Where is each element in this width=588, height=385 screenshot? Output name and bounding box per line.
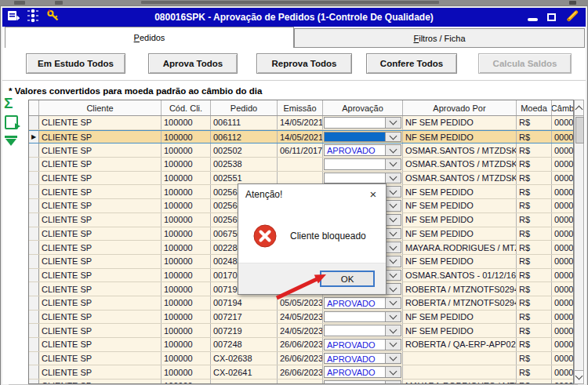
aprovacao-value[interactable]	[325, 159, 385, 169]
cell-cliente[interactable]: CLIENTE SP	[39, 172, 162, 185]
header-camb[interactable]: Câmb	[552, 100, 573, 115]
cell-moeda[interactable]: R$	[517, 296, 552, 310]
aprovacao-combobox[interactable]	[324, 132, 401, 143]
close-icon[interactable]: ×	[364, 186, 383, 202]
chevron-down-icon[interactable]	[385, 298, 401, 308]
cell-aprovado-por[interactable]: NF SEM PEDIDO	[403, 227, 517, 241]
cell-cliente[interactable]: CLIENTE SP	[39, 338, 162, 351]
chevron-down-icon[interactable]	[385, 256, 401, 267]
cell-moeda[interactable]: R$	[517, 172, 552, 185]
cell-moeda[interactable]: R$	[517, 158, 552, 171]
cell-emissao[interactable]: 24/05/2023	[278, 324, 323, 337]
cell-emissao[interactable]	[278, 172, 323, 185]
row-selector[interactable]	[29, 269, 39, 282]
cell-camb[interactable]: 0000	[552, 199, 573, 212]
cell-aprovado-por[interactable]: OSMAR.SANTOS / MTZDSKFS	[403, 158, 517, 171]
cell-aprovado-por[interactable]	[403, 365, 517, 379]
chevron-down-icon[interactable]	[385, 354, 401, 364]
cell-aprovacao[interactable]	[323, 158, 403, 171]
cell-cliente[interactable]: CLIENTE SP	[39, 365, 162, 379]
row-selector[interactable]	[29, 282, 39, 296]
row-selector[interactable]	[29, 296, 39, 310]
em-estudo-todos-button[interactable]: Em Estudo Todos	[26, 53, 125, 74]
row-selector[interactable]	[29, 158, 39, 171]
reprova-todos-button[interactable]: Reprova Todos	[256, 53, 352, 74]
cell-emissao[interactable]: 26/06/2023	[278, 365, 323, 379]
chevron-down-icon[interactable]	[385, 284, 401, 294]
cell-emissao[interactable]: 14/05/2021	[278, 116, 323, 129]
table-row[interactable]: CLIENTE SP10000000721724/05/2023NF SEM P…	[29, 311, 573, 325]
aprovacao-value[interactable]: APROVADO	[325, 354, 385, 364]
header-moeda[interactable]: Moeda	[517, 100, 552, 115]
sigma-sum-icon[interactable]: Σ	[4, 96, 26, 111]
cell-camb[interactable]: 0000	[552, 352, 573, 365]
cell-cod-cli[interactable]: 100000	[162, 227, 211, 241]
row-selector[interactable]	[29, 311, 39, 324]
aprovacao-value[interactable]: APROVADO	[325, 340, 385, 350]
cell-moeda[interactable]: R$	[517, 185, 552, 198]
cell-camb[interactable]: 0000	[552, 338, 573, 351]
cell-aprovado-por[interactable]: ROBERTA / MTZNOTFS02943	[403, 282, 517, 296]
table-row[interactable]: CLIENTE SP10000000721924/05/2023NF SEM P…	[29, 324, 573, 338]
chevron-down-icon[interactable]	[385, 325, 401, 336]
aprovacao-combobox[interactable]: APROVADO	[324, 339, 401, 350]
cell-cod-cli[interactable]: 100000	[162, 116, 211, 129]
cell-cliente[interactable]: CLIENTE SP	[39, 352, 162, 365]
vertical-scrollbar[interactable]	[574, 100, 584, 384]
cell-aprovado-por[interactable]: MAYARA.RODRIGUES / MTZD	[403, 241, 517, 254]
cell-pedido[interactable]: 002538	[211, 158, 278, 171]
cell-cod-cli[interactable]: 100000	[162, 311, 211, 324]
cell-camb[interactable]: 0000	[552, 213, 573, 227]
row-selector[interactable]	[29, 352, 39, 365]
cell-camb[interactable]: 0000	[552, 269, 573, 282]
cell-emissao[interactable]: 24/05/2023	[278, 311, 323, 324]
cell-camb[interactable]: 0000	[552, 227, 573, 241]
cell-aprovado-por[interactable]: NF SEM PEDIDO	[403, 116, 517, 129]
chevron-down-icon[interactable]	[385, 145, 401, 155]
cell-cliente[interactable]: CLIENTE SP	[39, 158, 162, 171]
cell-cliente[interactable]: CLIENTE SP	[39, 311, 162, 324]
aprovacao-combobox[interactable]	[324, 311, 401, 323]
aprovacao-combobox[interactable]	[324, 325, 401, 336]
row-selector[interactable]	[29, 255, 39, 268]
tab-filtros-ficha[interactable]: Filtros / Ficha	[294, 28, 585, 48]
chevron-down-icon[interactable]	[385, 173, 401, 183]
aprovacao-value[interactable]	[325, 173, 385, 183]
cell-camb[interactable]: 0000	[552, 185, 573, 198]
row-selector[interactable]	[29, 172, 39, 185]
cell-camb[interactable]: 0000	[552, 311, 573, 324]
cell-pedido[interactable]: 007217	[211, 311, 278, 324]
pencil-icon[interactable]	[565, 9, 579, 26]
header-aprovado-por[interactable]: Aprovado Por	[403, 100, 517, 115]
cell-cliente[interactable]: CLIENTE SP	[39, 241, 162, 254]
cell-emissao[interactable]: 06/11/2017	[278, 143, 323, 157]
cell-aprovado-por[interactable]: ROBERTA / MTZNOTFS02943	[403, 296, 517, 310]
cell-cod-cli[interactable]: 100000	[162, 172, 211, 185]
cell-cod-cli[interactable]: 100000	[162, 282, 211, 296]
cell-camb[interactable]: 0000	[552, 131, 573, 143]
cell-cod-cli[interactable]: 100000	[162, 131, 211, 143]
cell-camb[interactable]: 0000	[552, 282, 573, 296]
cell-aprovado-por[interactable]: NF SEM PEDIDO	[403, 185, 517, 198]
cell-cod-cli[interactable]: 100000	[162, 269, 211, 282]
chevron-down-icon[interactable]	[385, 201, 401, 211]
chevron-down-icon[interactable]	[385, 312, 401, 322]
aprovacao-combobox[interactable]: APROVADO	[324, 353, 401, 365]
cell-moeda[interactable]: R$	[517, 116, 552, 129]
cell-cod-cli[interactable]: 100000	[162, 143, 211, 157]
export-sheet-icon[interactable]	[5, 115, 18, 129]
cell-cod-cli[interactable]: 100000	[162, 255, 211, 268]
cell-pedido[interactable]: 002502	[211, 143, 278, 157]
cell-moeda[interactable]: R$	[517, 269, 552, 282]
cell-cod-cli[interactable]: 100000	[162, 296, 211, 310]
cell-camb[interactable]: 0000	[552, 241, 573, 254]
table-row[interactable]: CLIENTE SP100000CX-0264126/06/2023APROVA…	[29, 365, 573, 380]
cell-emissao[interactable]: 14/05/2021	[278, 131, 323, 143]
chevron-down-icon[interactable]	[385, 367, 401, 377]
cell-emissao[interactable]: 26/06/2023	[278, 338, 323, 351]
cell-cliente[interactable]: CLIENTE SP	[39, 199, 162, 212]
tab-pedidos[interactable]: Pedidos	[5, 27, 294, 48]
cell-moeda[interactable]: R$	[517, 338, 552, 351]
row-selector[interactable]	[29, 227, 39, 241]
cell-pedido[interactable]: 007248	[211, 338, 278, 351]
